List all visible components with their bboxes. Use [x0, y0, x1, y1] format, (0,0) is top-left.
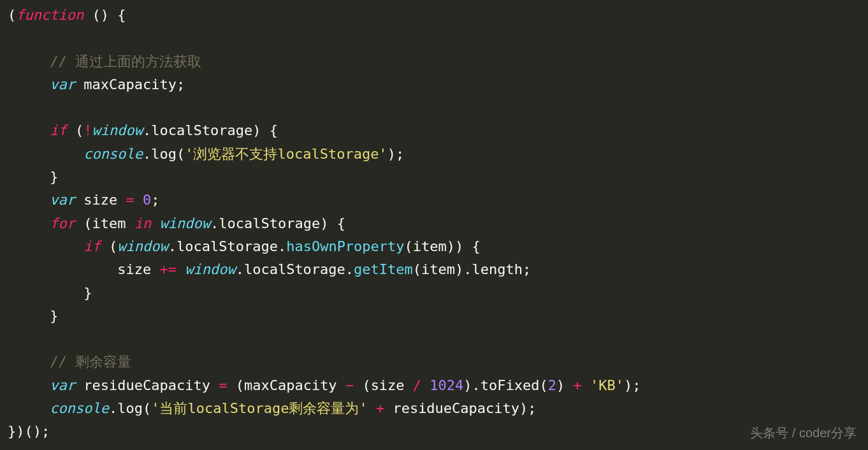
id: size — [117, 261, 151, 277]
id: maxCapacity — [244, 377, 337, 393]
dot: . — [463, 261, 472, 277]
id: localStorage — [219, 215, 320, 231]
kw-in: in — [134, 215, 152, 231]
code-block: (function () { // 通过上面的方法获取 var maxCapac… — [0, 0, 868, 447]
paren: ) — [624, 377, 632, 393]
id: localStorage — [177, 238, 278, 254]
kw-var: var — [50, 192, 75, 208]
semi: ; — [528, 400, 536, 416]
paren: ( — [92, 7, 100, 23]
brace: { — [337, 215, 345, 231]
op-peq: += — [159, 261, 177, 277]
dot: . — [109, 400, 117, 416]
op-div: / — [413, 377, 421, 393]
brace: { — [117, 7, 126, 23]
semi: ; — [41, 423, 50, 439]
id: residueCapacity — [393, 400, 519, 416]
paren: ( — [413, 261, 421, 277]
paren: ( — [8, 7, 16, 23]
dot: . — [143, 122, 151, 138]
paren: ) — [33, 423, 41, 439]
id-window: window — [117, 238, 168, 254]
paren: ( — [362, 377, 370, 393]
dot: . — [143, 146, 151, 162]
brace: } — [50, 308, 58, 324]
num: 2 — [548, 377, 556, 393]
op-eq: = — [126, 192, 134, 208]
paren: ) — [463, 377, 472, 393]
paren: ( — [177, 146, 185, 162]
semi: ; — [632, 377, 640, 393]
method: hasOwnProperty — [286, 238, 404, 254]
semi: ; — [396, 146, 404, 162]
semi: ; — [177, 76, 185, 92]
kw-function: function — [16, 7, 83, 23]
string: '当前localStorage剩余容量为' — [151, 400, 367, 416]
dot: . — [168, 238, 177, 254]
brace: } — [83, 285, 92, 301]
id: toFixed — [481, 377, 540, 393]
id: item — [421, 261, 455, 277]
brace: { — [472, 238, 481, 254]
dot: . — [345, 261, 354, 277]
paren: ( — [405, 238, 413, 254]
paren: ) — [16, 423, 24, 439]
id: item — [92, 215, 126, 231]
paren: ) — [320, 215, 328, 231]
paren: ( — [75, 122, 83, 138]
paren: ( — [83, 215, 92, 231]
paren: ( — [540, 377, 548, 393]
op-minus: − — [345, 377, 354, 393]
brace: { — [270, 122, 278, 138]
dot: . — [210, 215, 219, 231]
id-console: console — [50, 400, 109, 416]
paren: ) — [252, 122, 261, 138]
paren: ) — [447, 238, 455, 254]
kw-for: for — [50, 215, 75, 231]
paren: ( — [25, 423, 33, 439]
kw-var: var — [50, 377, 75, 393]
brace: } — [50, 169, 58, 185]
id-window: window — [185, 261, 235, 277]
kw-var: var — [50, 76, 75, 92]
id-console: console — [83, 146, 143, 162]
paren: ) — [455, 261, 463, 277]
paren: ) — [519, 400, 528, 416]
id: size — [83, 192, 117, 208]
brace: } — [8, 423, 16, 439]
num: 0 — [143, 192, 151, 208]
op-not: ! — [83, 122, 92, 138]
comment: // 剩余容量 — [50, 354, 131, 370]
paren: ( — [109, 238, 117, 254]
paren: ( — [143, 400, 151, 416]
id: localStorage — [151, 122, 252, 138]
method: getItem — [354, 261, 413, 277]
id: item — [413, 238, 447, 254]
semi: ; — [151, 192, 159, 208]
semi: ; — [523, 261, 531, 277]
num: 1024 — [430, 377, 463, 393]
id: localStorage — [244, 261, 345, 277]
paren: ) — [556, 377, 565, 393]
id: maxCapacity — [83, 76, 177, 92]
dot: . — [472, 377, 481, 393]
id-window: window — [159, 215, 210, 231]
id: size — [371, 377, 405, 393]
op-plus: + — [376, 400, 384, 416]
id-window: window — [92, 122, 142, 138]
paren: ) — [101, 7, 109, 23]
comment: // 通过上面的方法获取 — [50, 54, 201, 69]
kw-if: if — [50, 122, 67, 138]
op-plus: + — [574, 377, 582, 393]
kw-if: if — [83, 238, 101, 254]
watermark-text: 头条号 / coder分享 — [750, 423, 857, 444]
id: residueCapacity — [83, 377, 210, 393]
id: log — [117, 400, 143, 416]
dot: . — [236, 261, 244, 277]
paren: ) — [455, 238, 463, 254]
id: log — [151, 146, 177, 162]
string: '浏览器不支持localStorage' — [185, 146, 387, 162]
op-eq: = — [219, 377, 227, 393]
paren: ) — [387, 146, 396, 162]
paren: ( — [236, 377, 244, 393]
